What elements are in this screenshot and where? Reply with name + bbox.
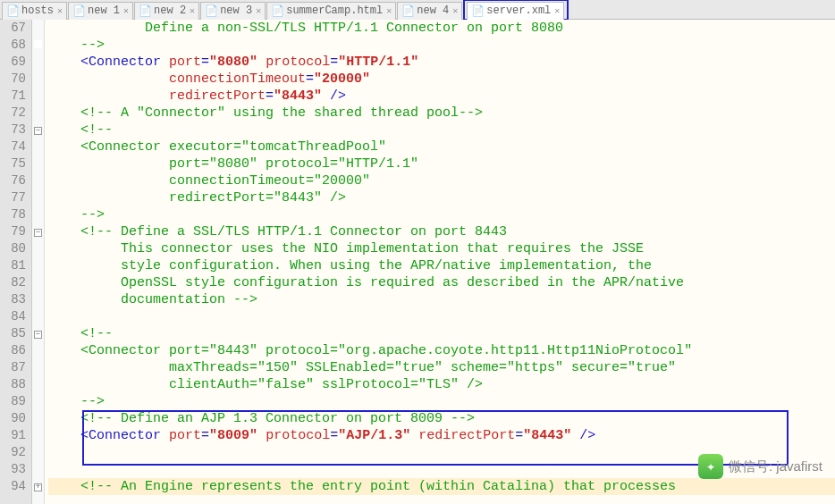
file-icon: 📄 [139,4,151,17]
file-icon: 📄 [471,4,484,17]
file-icon: 📄 [72,4,85,17]
tab-server-highlight: 📄 server.xml ✕ [463,0,569,21]
tab-label: new 1 [88,4,120,17]
code-area[interactable]: Define a non-SSL/TLS HTTP/1.1 Connector … [45,20,835,504]
tab-summercamp[interactable]: 📄 summerCamp.html ✕ [266,2,396,20]
close-icon[interactable]: ✕ [452,5,458,16]
file-icon: 📄 [401,4,414,17]
tab-server-xml[interactable]: 📄 server.xml ✕ [467,2,564,20]
tab-label: new 4 [417,4,449,17]
close-icon[interactable]: ✕ [554,5,560,16]
close-icon[interactable]: ✕ [256,5,261,16]
file-icon: 📄 [205,4,217,17]
tab-new2[interactable]: 📄 new 2 ✕ [134,2,199,20]
tab-label: hosts [21,4,54,17]
close-icon[interactable]: ✕ [57,5,63,16]
tab-bar: 📄 hosts ✕ 📄 new 1 ✕ 📄 new 2 ✕ 📄 new 3 ✕ … [0,0,835,20]
watermark: ✦ 微信号: javafirst [698,454,822,479]
watermark-text: 微信号: javafirst [729,458,822,475]
file-icon: 📄 [6,4,19,17]
close-icon[interactable]: ✕ [386,5,392,16]
close-icon[interactable]: ✕ [190,5,195,16]
line-gutter: 6768697071727374757677787980818283848586… [0,20,32,504]
file-icon: 📄 [271,4,283,17]
tab-new3[interactable]: 📄 new 3 ✕ [200,2,266,20]
tab-label: summerCamp.html [286,4,383,17]
tab-label: server.xml [486,4,551,17]
wechat-icon: ✦ [698,454,723,479]
tab-label: new 2 [154,4,186,17]
tab-label: new 3 [220,4,252,17]
close-icon[interactable]: ✕ [123,5,129,16]
fold-column: −−−+ [32,20,45,504]
tab-new1[interactable]: 📄 new 1 ✕ [68,2,133,20]
tab-hosts[interactable]: 📄 hosts ✕ [2,2,67,20]
tab-new4[interactable]: 📄 new 4 ✕ [397,2,462,20]
editor-area: 6768697071727374757677787980818283848586… [0,20,835,504]
